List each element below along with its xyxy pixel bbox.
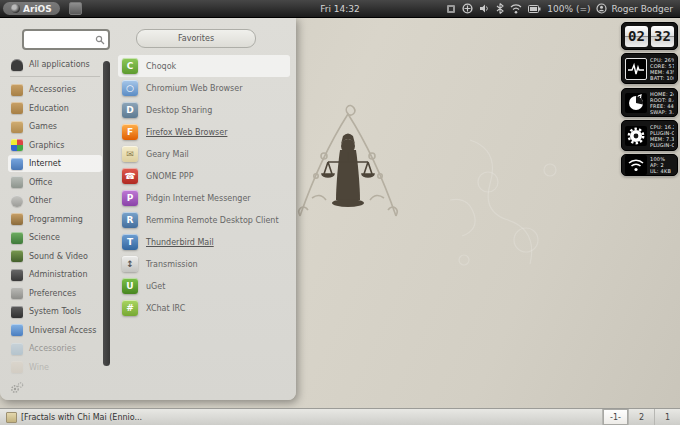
category-sound-video[interactable]: Sound & Video (8, 248, 102, 265)
taskbar-app-icon[interactable] (69, 2, 82, 15)
top-bar: AriOS Fri 14:32 100% (=) (0, 0, 680, 18)
pulse-icon (625, 58, 647, 80)
category-universal-access[interactable]: Universal Access (8, 322, 102, 339)
app-chromium[interactable]: ○ Chromium Web Browser (118, 77, 290, 99)
network-monitor-widget: 100% AP: 2 UL: 4KB (621, 154, 678, 176)
category-all-applications[interactable]: All applications (8, 56, 102, 73)
category-label: All applications (29, 60, 90, 69)
clock-label[interactable]: Fri 14:32 (320, 4, 360, 14)
app-thunderbird[interactable]: T Thunderbird Mail (118, 231, 290, 253)
pidgin-icon: P (122, 190, 138, 206)
app-xchat[interactable]: # XChat IRC (118, 297, 290, 319)
app-firefox[interactable]: F Firefox Web Browser (118, 121, 290, 143)
user-menu[interactable]: Roger Bodger (596, 3, 673, 14)
category-office[interactable]: Office (8, 174, 102, 191)
app-pidgin[interactable]: P Pidgin Internet Messenger (118, 187, 290, 209)
arios-menu-label: AriOS (23, 4, 52, 14)
app-label: Transmission (146, 260, 198, 269)
category-list: All applications Accessories Education G… (8, 56, 102, 377)
volume-icon[interactable] (479, 3, 490, 14)
app-label: Firefox Web Browser (146, 128, 227, 137)
firefox-icon: F (122, 124, 138, 140)
category-system-tools[interactable]: System Tools (8, 303, 102, 320)
phone-icon: ☎ (122, 168, 138, 184)
transmission-icon: ↕ (122, 256, 138, 272)
category-graphics[interactable]: Graphics (8, 137, 102, 154)
category-scrollbar[interactable] (103, 61, 110, 366)
category-label: Graphics (29, 141, 64, 150)
category-accessories-alt[interactable]: Accessories (8, 340, 102, 357)
category-education[interactable]: Education (8, 100, 102, 117)
window-icon (6, 412, 17, 423)
process-monitor-widget: CPU: 16.2% PLUGIN-CONT MEM: 7.3% PLUGIN-… (621, 120, 678, 151)
accessibility-icon[interactable] (462, 3, 473, 14)
education-icon (11, 102, 23, 114)
choqok-icon: C (122, 58, 138, 74)
clock-hours: 02 (625, 26, 648, 47)
app-label: GNOME PPP (146, 172, 193, 181)
disk-monitor-widget: HOME: 24G ROOT: 8.4G FREE: 44G SWAP: 3.2… (621, 88, 678, 117)
category-wine[interactable]: Wine (8, 359, 102, 376)
app-remmina[interactable]: R Remmina Remote Desktop Client (118, 209, 290, 231)
category-preferences[interactable]: Preferences (8, 285, 102, 302)
sys-line: BATT: 100% (650, 75, 674, 81)
pie-chart-icon (625, 93, 647, 113)
system-tray: 100% (=) Roger Bodger (446, 3, 680, 14)
app-geary[interactable]: ✉ Geary Mail (118, 143, 290, 165)
search-icon (95, 35, 105, 45)
bluetooth-icon[interactable] (496, 3, 504, 14)
network-icon[interactable] (510, 4, 522, 14)
app-desktop-sharing[interactable]: D Desktop Sharing (118, 99, 290, 121)
remmina-icon: R (122, 212, 138, 228)
taskbar-window-label: [Fractals with Chi Mai (Ennio... (21, 413, 142, 422)
indicator-square-icon[interactable] (446, 4, 456, 14)
user-name-label: Roger Bodger (611, 4, 673, 14)
xchat-icon: # (122, 300, 138, 316)
battery-icon[interactable] (528, 5, 541, 13)
app-gnome-ppp[interactable]: ☎ GNOME PPP (118, 165, 290, 187)
settings-gears-icon[interactable] (10, 382, 24, 394)
app-choqok[interactable]: C Choqok (118, 55, 290, 77)
category-games[interactable]: Games (8, 118, 102, 135)
system-monitor-widget: CPU: 26% CORE: 57°C MEM: 43% BATT: 100% (621, 53, 678, 84)
category-label: Office (29, 178, 52, 187)
search-box[interactable] (22, 29, 110, 50)
globe-icon (11, 158, 23, 170)
category-separator (10, 76, 100, 77)
workspace-add-button[interactable]: 1 (654, 409, 680, 425)
category-internet[interactable]: Internet (8, 155, 102, 172)
search-input[interactable] (24, 34, 95, 46)
arios-menu-button[interactable]: AriOS (3, 2, 60, 15)
app-label: Thunderbird Mail (146, 238, 214, 247)
category-accessories[interactable]: Accessories (8, 81, 102, 98)
category-label: Games (29, 122, 57, 131)
favorites-button[interactable]: Favorites (136, 29, 256, 48)
category-label: Other (29, 196, 52, 205)
category-label: Accessories (29, 344, 76, 353)
workspace-1-button[interactable]: -1- (602, 409, 628, 425)
app-transmission[interactable]: ↕ Transmission (118, 253, 290, 275)
flip-clock-widget: 02 32 (621, 22, 678, 50)
system-tools-icon (11, 306, 23, 318)
app-label: Pidgin Internet Messenger (146, 194, 251, 203)
app-uget[interactable]: U uGet (118, 275, 290, 297)
workspace-2-button[interactable]: 2 (628, 409, 654, 425)
category-other[interactable]: Other (8, 192, 102, 209)
graphics-icon (11, 139, 23, 151)
category-label: Preferences (29, 289, 76, 298)
taskbar-window-button[interactable]: [Fractals with Chi Mai (Ennio... (0, 409, 148, 425)
thunderbird-icon: T (122, 234, 138, 250)
app-label: Remmina Remote Desktop Client (146, 216, 279, 225)
user-icon (596, 3, 607, 14)
category-programming[interactable]: Programming (8, 211, 102, 228)
preferences-icon (11, 287, 23, 299)
office-icon (11, 176, 23, 188)
category-science[interactable]: Science (8, 229, 102, 246)
arios-logo-icon (11, 4, 20, 13)
battery-label[interactable]: 100% (=) (547, 4, 590, 14)
wine-icon (11, 361, 23, 373)
category-administration[interactable]: Administration (8, 266, 102, 283)
gear-icon (625, 126, 647, 146)
category-label: Sound & Video (29, 252, 88, 261)
category-label: Education (29, 104, 69, 113)
